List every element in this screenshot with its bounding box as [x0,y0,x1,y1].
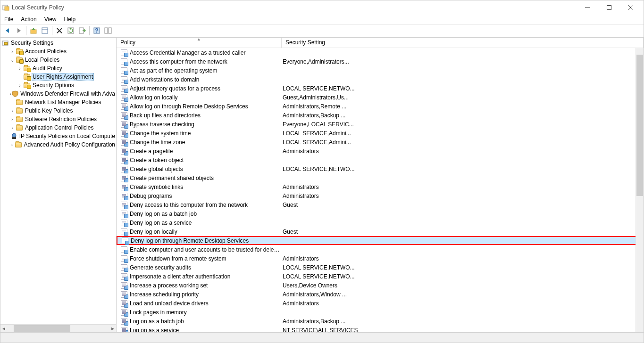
tree-pane: Security Settings›Account Policies⌄Local… [0,38,117,332]
maximize-button[interactable] [598,0,620,15]
close-button[interactable] [620,0,642,15]
tree-item[interactable]: ›Advanced Audit Policy Configuration [0,140,116,149]
folder-icon [16,98,23,106]
policy-row[interactable]: Deny log on through Remote Desktop Servi… [117,236,644,245]
folder-icon [15,141,22,148]
policy-row[interactable]: Log on as a batch jobAdministrators,Back… [117,317,644,326]
policy-name: Access Credential Manager as a trusted c… [130,49,281,56]
policy-row[interactable]: Change the time zoneLOCAL SERVICE,Admini… [117,138,644,147]
policy-row[interactable]: Deny log on locallyGuest [117,227,644,236]
expander-icon[interactable]: ⌄ [9,57,16,63]
tree-label: User Rights Assignment [32,73,94,81]
policy-row[interactable]: Create permanent shared objects [117,173,644,182]
policy-row[interactable]: Back up files and directoriesAdministrat… [117,111,644,120]
policy-icon [120,183,128,191]
up-button[interactable] [28,25,39,36]
policy-row[interactable]: Force shutdown from a remote systemAdmin… [117,254,644,263]
policy-icon [120,103,128,110]
refresh-button[interactable] [66,25,76,36]
policy-row[interactable]: Log on as a serviceNT SERVICE\ALL SERVIC… [117,326,644,332]
policy-row[interactable]: Load and unload device driversAdministra… [117,299,644,308]
scroll-thumb[interactable] [636,55,643,196]
folder-icon [16,124,23,131]
expander-icon[interactable]: › [9,125,16,131]
policy-icon [120,85,128,92]
scroll-thumb[interactable] [14,325,70,332]
delete-button[interactable] [54,25,65,36]
list-vscrollbar[interactable] [636,48,644,332]
policy-row[interactable]: Increase a process working setUsers,Devi… [117,281,644,290]
policy-row[interactable]: Increase scheduling priorityAdministrato… [117,290,644,299]
tree-item[interactable]: ›Security Options [0,81,116,90]
policy-row[interactable]: Allow log on through Remote Desktop Serv… [117,102,644,111]
expander-icon[interactable]: › [9,108,16,114]
policy-row[interactable]: Adjust memory quotas for a processLOCAL … [117,84,644,93]
minimize-button[interactable] [577,0,598,15]
policy-name: Debug programs [130,193,281,199]
menu-view[interactable]: View [44,16,57,23]
policy-row[interactable]: Access Credential Manager as a trusted c… [117,48,644,57]
back-button[interactable] [2,25,13,36]
tree-item[interactable]: User Rights Assignment [0,73,116,81]
tree-item[interactable]: ›Audit Policy [0,64,116,73]
tree-item[interactable]: IP Security Policies on Local Compute [0,132,116,140]
expander-icon[interactable]: › [9,142,15,147]
folder-lock-icon [16,56,23,64]
policy-row[interactable]: Change the system timeLOCAL SERVICE,Admi… [117,129,644,138]
tree-root[interactable]: Security Settings [0,39,116,47]
policy-row[interactable]: Enable computer and user accounts to be … [117,245,644,254]
expander-icon[interactable]: › [9,117,16,122]
policy-setting: Guest [281,229,644,235]
export-button[interactable] [77,25,87,36]
show-hide-button[interactable] [103,25,113,36]
policy-setting: Administrators,Remote ... [281,103,644,110]
menu-help[interactable]: Help [64,16,76,23]
sort-indicator-icon: ▲ [197,37,201,41]
scroll-right-icon[interactable]: ▸ [109,325,116,332]
expander-icon[interactable]: › [9,49,16,54]
scroll-left-icon[interactable]: ◂ [0,325,7,332]
policy-row[interactable]: Allow log on locallyGuest,Administrators… [117,93,644,102]
tree-item[interactable]: ›Windows Defender Firewall with Adva [0,90,116,98]
policy-row[interactable]: Access this computer from the networkEve… [117,57,644,66]
policy-row[interactable]: Generate security auditsLOCAL SERVICE,NE… [117,263,644,272]
security-settings-icon [1,39,9,47]
tree-item[interactable]: Network List Manager Policies [0,98,116,106]
policy-name: Change the system time [130,130,281,137]
menu-file[interactable]: File [4,16,13,23]
tree-hscrollbar[interactable]: ◂ ▸ [0,324,116,332]
tree[interactable]: Security Settings›Account Policies⌄Local… [0,38,116,324]
policy-row[interactable]: Impersonate a client after authenticatio… [117,272,644,281]
tree-item[interactable]: ›Application Control Policies [0,123,116,132]
policy-name: Log on as a service [130,327,281,333]
expander-icon[interactable]: › [17,66,23,71]
help-button[interactable]: ? [92,25,102,36]
policy-row[interactable]: Create a token object [117,155,644,164]
policy-name: Impersonate a client after authenticatio… [130,273,281,280]
svg-rect-6 [31,30,36,33]
expander-icon[interactable]: › [17,83,23,88]
policy-row[interactable]: Create symbolic linksAdministrators [117,182,644,191]
policy-name: Enable computer and user accounts to be … [130,246,281,253]
policy-row[interactable]: Create global objectsLOCAL SERVICE,NETWO… [117,164,644,173]
policy-name: Create a token object [130,157,281,163]
policy-setting: NT SERVICE\ALL SERVICES [281,327,644,333]
policy-row[interactable]: Deny access to this computer from the ne… [117,200,644,209]
properties-button[interactable] [40,25,50,36]
tree-item[interactable]: ⌄Local Policies [0,56,116,64]
list-body[interactable]: Access Credential Manager as a trusted c… [117,48,644,332]
tree-item[interactable]: ›Software Restriction Policies [0,115,116,123]
menu-action[interactable]: Action [21,16,36,23]
policy-row[interactable]: Act as part of the operating system [117,66,644,75]
policy-row[interactable]: Deny log on as a batch job [117,209,644,218]
policy-row[interactable]: Debug programsAdministrators [117,191,644,200]
forward-button[interactable] [14,25,24,36]
column-security-setting[interactable]: Security Setting [282,38,644,48]
tree-item[interactable]: ›Public Key Policies [0,106,116,115]
policy-row[interactable]: Bypass traverse checkingEveryone,LOCAL S… [117,120,644,129]
policy-row[interactable]: Add workstations to domain [117,75,644,84]
policy-row[interactable]: Deny log on as a service [117,218,644,227]
policy-row[interactable]: Create a pagefileAdministrators [117,147,644,155]
tree-item[interactable]: ›Account Policies [0,47,116,56]
policy-row[interactable]: Lock pages in memory [117,308,644,317]
